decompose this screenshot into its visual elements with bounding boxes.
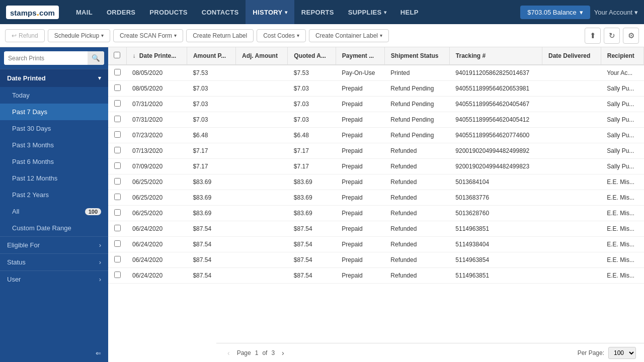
table-row: 08/05/2020 $7.53 $7.53 Pay-On-Use Printe… — [108, 65, 644, 81]
create-scan-form-button[interactable]: Create SCAN Form ▾ — [113, 29, 183, 42]
cell-delivered — [542, 174, 601, 190]
row-checkbox[interactable] — [114, 178, 121, 185]
nav-help[interactable]: HELP — [393, 0, 426, 24]
cell-quoted: $83.69 — [288, 190, 336, 206]
sidebar-item-today[interactable]: Today — [0, 87, 108, 104]
logo: stamps.com — [6, 6, 59, 19]
cell-status: Refunded — [384, 206, 449, 221]
nav-contacts[interactable]: CONTACTS — [195, 0, 246, 24]
cell-status: Refund Pending — [384, 97, 449, 112]
sidebar-item-past-2-years[interactable]: Past 2 Years — [0, 187, 108, 203]
row-checkbox[interactable] — [114, 100, 121, 107]
row-checkbox-cell[interactable] — [108, 81, 126, 97]
row-checkbox-cell[interactable] — [108, 159, 126, 174]
eligible-for-filter[interactable]: Eligible For › — [0, 236, 108, 253]
nav-supplies[interactable]: SUPPLIES ▾ — [341, 0, 393, 24]
prev-page-button[interactable]: ‹ — [224, 348, 233, 358]
create-container-label-button[interactable]: Create Container Label ▾ — [309, 29, 389, 42]
refund-button[interactable]: ↩ Refund — [5, 29, 45, 42]
search-input[interactable] — [4, 52, 88, 65]
row-checkbox[interactable] — [114, 147, 121, 153]
sidebar-item-past-12-months[interactable]: Past 12 Months — [0, 170, 108, 187]
nav-mail[interactable]: MAIL — [69, 0, 100, 24]
cell-quoted: $7.53 — [288, 65, 336, 81]
row-checkbox-cell[interactable] — [108, 206, 126, 221]
row-checkbox[interactable] — [114, 240, 121, 247]
row-checkbox-cell[interactable] — [108, 65, 126, 81]
row-checkbox[interactable] — [114, 131, 121, 138]
row-checkbox[interactable] — [114, 272, 121, 278]
row-checkbox-cell[interactable] — [108, 174, 126, 190]
row-checkbox-cell[interactable] — [108, 252, 126, 268]
create-return-label-button[interactable]: Create Return Label — [186, 29, 254, 42]
cell-amount: $6.48 — [187, 128, 235, 143]
cell-tracking: 5114963851 — [449, 221, 542, 237]
cell-adj — [236, 112, 288, 128]
row-checkbox-cell[interactable] — [108, 97, 126, 112]
cell-adj — [236, 268, 288, 284]
nav-history[interactable]: HISTORY ▾ — [246, 0, 294, 24]
sidebar-item-custom-date-range[interactable]: Custom Date Range — [0, 220, 108, 236]
cell-date: 06/24/2020 — [126, 237, 187, 252]
user-filter[interactable]: User › — [0, 270, 108, 288]
search-button[interactable]: 🔍 — [88, 51, 104, 65]
row-checkbox[interactable] — [114, 194, 121, 200]
refresh-icon[interactable]: ↻ — [604, 28, 620, 44]
date-printed-section[interactable]: Date Printed ▾ — [0, 69, 108, 87]
row-checkbox[interactable] — [114, 84, 121, 91]
cell-quoted: $7.17 — [288, 143, 336, 159]
cell-date: 06/25/2020 — [126, 174, 187, 190]
cell-status: Refund Pending — [384, 112, 449, 128]
history-arrow-icon: ▾ — [285, 10, 287, 15]
per-page-select[interactable]: 25 50 100 200 — [608, 347, 636, 359]
nav-products[interactable]: PRODUCTS — [142, 0, 194, 24]
toolbar: ↩ Refund Schedule Pickup ▾ Create SCAN F… — [0, 24, 644, 47]
schedule-pickup-button[interactable]: Schedule Pickup ▾ — [48, 29, 110, 42]
nav-orders[interactable]: ORDERS — [100, 0, 142, 24]
select-all-header[interactable] — [108, 47, 126, 65]
row-checkbox[interactable] — [114, 209, 121, 216]
status-arrow-icon: › — [99, 258, 101, 266]
cell-amount: $83.69 — [187, 206, 235, 221]
cell-quoted: $83.69 — [288, 174, 336, 190]
collapse-icon: ⇐ — [96, 349, 101, 357]
cost-codes-button[interactable]: Cost Codes ▾ — [257, 29, 306, 42]
table-body: 08/05/2020 $7.53 $7.53 Pay-On-Use Printe… — [108, 65, 644, 284]
row-checkbox[interactable] — [114, 225, 121, 231]
select-all-checkbox[interactable] — [114, 52, 120, 58]
cell-adj — [236, 97, 288, 112]
sidebar-item-past-3-months[interactable]: Past 3 Months — [0, 137, 108, 153]
table-row: 06/25/2020 $83.69 $83.69 Prepaid Refunde… — [108, 206, 644, 221]
row-checkbox-cell[interactable] — [108, 112, 126, 128]
cell-amount: $7.03 — [187, 112, 235, 128]
upload-icon[interactable]: ⬆ — [585, 28, 601, 44]
cell-adj — [236, 81, 288, 97]
cell-amount: $87.54 — [187, 268, 235, 284]
row-checkbox-cell[interactable] — [108, 128, 126, 143]
row-checkbox-cell[interactable] — [108, 221, 126, 237]
row-checkbox[interactable] — [114, 69, 121, 75]
search-inner: 🔍 — [4, 51, 104, 65]
col-date-printed[interactable]: ↓ Date Printe... — [126, 47, 187, 65]
sidebar-item-past-30-days[interactable]: Past 30 Days — [0, 120, 108, 137]
row-checkbox-cell[interactable] — [108, 268, 126, 284]
row-checkbox[interactable] — [114, 162, 121, 169]
row-checkbox-cell[interactable] — [108, 190, 126, 206]
row-checkbox-cell[interactable] — [108, 237, 126, 252]
nav-reports[interactable]: REPORTS — [294, 0, 341, 24]
sidebar-item-past-6-months[interactable]: Past 6 Months — [0, 153, 108, 170]
settings-icon[interactable]: ⚙ — [623, 28, 639, 44]
row-checkbox-cell[interactable] — [108, 143, 126, 159]
cell-adj — [236, 221, 288, 237]
status-filter[interactable]: Status › — [0, 253, 108, 270]
sidebar-item-past-7-days[interactable]: Past 7 Days — [0, 104, 108, 120]
row-checkbox[interactable] — [114, 256, 121, 262]
account-button[interactable]: Your Account ▾ — [594, 9, 638, 16]
cell-amount: $7.53 — [187, 65, 235, 81]
collapse-sidebar-button[interactable]: ⇐ — [0, 344, 108, 362]
balance-button[interactable]: $703.05 Balance ▾ — [520, 6, 590, 19]
next-page-button[interactable]: › — [279, 348, 287, 358]
row-checkbox[interactable] — [114, 116, 121, 122]
sidebar-item-all[interactable]: All 100 — [0, 203, 108, 220]
cell-tracking: 940551189956462040541​2 — [449, 112, 542, 128]
